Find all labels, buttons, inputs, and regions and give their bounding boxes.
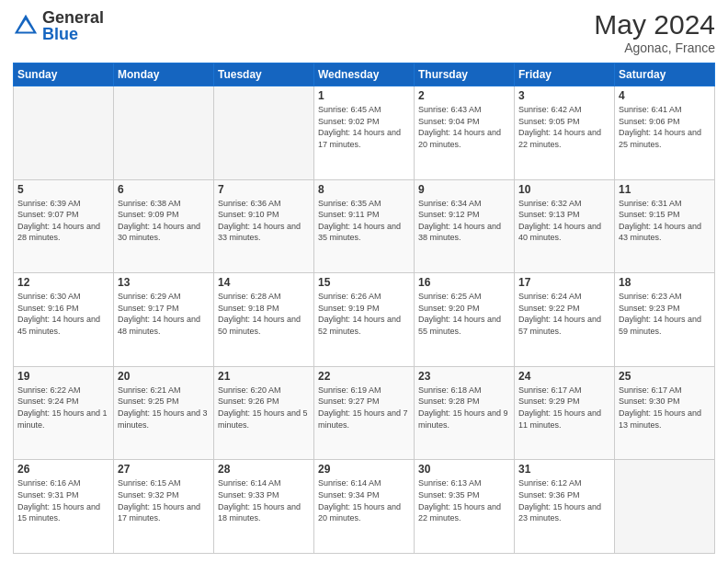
calendar-cell: 20Sunrise: 6:21 AM Sunset: 9:25 PM Dayli… — [114, 366, 214, 460]
day-info: Sunrise: 6:41 AM Sunset: 9:06 PM Dayligh… — [619, 104, 711, 150]
day-info: Sunrise: 6:35 AM Sunset: 9:11 PM Dayligh… — [318, 198, 410, 244]
day-info: Sunrise: 6:25 AM Sunset: 9:20 PM Dayligh… — [418, 291, 510, 337]
day-number: 21 — [218, 370, 310, 383]
day-number: 28 — [218, 463, 310, 476]
day-info: Sunrise: 6:34 AM Sunset: 9:12 PM Dayligh… — [418, 198, 510, 244]
calendar-cell: 11Sunrise: 6:31 AM Sunset: 9:15 PM Dayli… — [615, 179, 715, 273]
calendar-cell: 9Sunrise: 6:34 AM Sunset: 9:12 PM Daylig… — [415, 179, 515, 273]
day-number: 22 — [318, 370, 410, 383]
calendar-cell: 17Sunrise: 6:24 AM Sunset: 9:22 PM Dayli… — [515, 273, 615, 367]
day-info: Sunrise: 6:30 AM Sunset: 9:16 PM Dayligh… — [17, 291, 109, 337]
calendar-cell: 4Sunrise: 6:41 AM Sunset: 9:06 PM Daylig… — [615, 86, 715, 180]
header: General Blue May 2024 Agonac, France — [13, 9, 715, 55]
day-number: 17 — [518, 276, 610, 289]
day-info: Sunrise: 6:38 AM Sunset: 9:09 PM Dayligh… — [118, 198, 210, 244]
logo: General Blue — [13, 9, 104, 42]
day-number: 6 — [118, 183, 210, 196]
location: Agonac, France — [594, 40, 715, 55]
day-info: Sunrise: 6:45 AM Sunset: 9:02 PM Dayligh… — [318, 104, 410, 150]
calendar-cell — [114, 86, 214, 180]
day-number: 18 — [619, 276, 711, 289]
day-number: 24 — [518, 370, 610, 383]
day-number: 27 — [118, 463, 210, 476]
day-info: Sunrise: 6:22 AM Sunset: 9:24 PM Dayligh… — [17, 385, 109, 431]
day-number: 1 — [318, 89, 410, 102]
calendar-cell — [14, 86, 114, 180]
calendar-week-4: 19Sunrise: 6:22 AM Sunset: 9:24 PM Dayli… — [14, 366, 715, 460]
calendar-cell: 14Sunrise: 6:28 AM Sunset: 9:18 PM Dayli… — [214, 273, 314, 367]
day-info: Sunrise: 6:29 AM Sunset: 9:17 PM Dayligh… — [118, 291, 210, 337]
day-number: 26 — [17, 463, 109, 476]
day-number: 3 — [518, 89, 610, 102]
day-info: Sunrise: 6:24 AM Sunset: 9:22 PM Dayligh… — [518, 291, 610, 337]
day-number: 29 — [318, 463, 410, 476]
day-number: 5 — [17, 183, 109, 196]
calendar-cell: 3Sunrise: 6:42 AM Sunset: 9:05 PM Daylig… — [515, 86, 615, 180]
day-number: 11 — [619, 183, 711, 196]
day-number: 4 — [619, 89, 711, 102]
calendar-cell: 18Sunrise: 6:23 AM Sunset: 9:23 PM Dayli… — [615, 273, 715, 367]
day-info: Sunrise: 6:16 AM Sunset: 9:31 PM Dayligh… — [17, 477, 109, 523]
day-info: Sunrise: 6:12 AM Sunset: 9:36 PM Dayligh… — [518, 477, 610, 523]
day-number: 2 — [418, 89, 510, 102]
calendar-cell: 25Sunrise: 6:17 AM Sunset: 9:30 PM Dayli… — [615, 366, 715, 460]
day-info: Sunrise: 6:28 AM Sunset: 9:18 PM Dayligh… — [218, 291, 310, 337]
day-info: Sunrise: 6:42 AM Sunset: 9:05 PM Dayligh… — [518, 104, 610, 150]
day-info: Sunrise: 6:13 AM Sunset: 9:35 PM Dayligh… — [418, 477, 510, 523]
day-info: Sunrise: 6:26 AM Sunset: 9:19 PM Dayligh… — [318, 291, 410, 337]
calendar-cell: 8Sunrise: 6:35 AM Sunset: 9:11 PM Daylig… — [314, 179, 415, 273]
calendar-cell: 10Sunrise: 6:32 AM Sunset: 9:13 PM Dayli… — [515, 179, 615, 273]
calendar-header-saturday: Saturday — [615, 63, 715, 86]
day-info: Sunrise: 6:43 AM Sunset: 9:04 PM Dayligh… — [418, 104, 510, 150]
calendar-cell: 5Sunrise: 6:39 AM Sunset: 9:07 PM Daylig… — [14, 179, 114, 273]
calendar-cell: 30Sunrise: 6:13 AM Sunset: 9:35 PM Dayli… — [415, 460, 515, 554]
calendar-cell: 19Sunrise: 6:22 AM Sunset: 9:24 PM Dayli… — [14, 366, 114, 460]
calendar-cell: 16Sunrise: 6:25 AM Sunset: 9:20 PM Dayli… — [415, 273, 515, 367]
calendar-cell: 28Sunrise: 6:14 AM Sunset: 9:33 PM Dayli… — [214, 460, 314, 554]
calendar-cell: 7Sunrise: 6:36 AM Sunset: 9:10 PM Daylig… — [214, 179, 314, 273]
calendar-cell: 1Sunrise: 6:45 AM Sunset: 9:02 PM Daylig… — [314, 86, 415, 180]
calendar-table: SundayMondayTuesdayWednesdayThursdayFrid… — [13, 63, 715, 554]
day-info: Sunrise: 6:14 AM Sunset: 9:33 PM Dayligh… — [218, 477, 310, 523]
logo-text: General Blue — [42, 9, 104, 42]
calendar-cell — [214, 86, 314, 180]
day-info: Sunrise: 6:31 AM Sunset: 9:15 PM Dayligh… — [619, 198, 711, 244]
day-number: 7 — [218, 183, 310, 196]
day-number: 10 — [518, 183, 610, 196]
calendar-header-row: SundayMondayTuesdayWednesdayThursdayFrid… — [14, 63, 715, 86]
day-number: 31 — [518, 463, 610, 476]
day-number: 30 — [418, 463, 510, 476]
day-info: Sunrise: 6:17 AM Sunset: 9:29 PM Dayligh… — [518, 385, 610, 431]
calendar-header-sunday: Sunday — [14, 63, 114, 86]
calendar-cell: 6Sunrise: 6:38 AM Sunset: 9:09 PM Daylig… — [114, 179, 214, 273]
calendar-header-wednesday: Wednesday — [314, 63, 415, 86]
day-info: Sunrise: 6:18 AM Sunset: 9:28 PM Dayligh… — [418, 385, 510, 431]
calendar-week-1: 1Sunrise: 6:45 AM Sunset: 9:02 PM Daylig… — [14, 86, 715, 180]
calendar-cell: 31Sunrise: 6:12 AM Sunset: 9:36 PM Dayli… — [515, 460, 615, 554]
day-number: 14 — [218, 276, 310, 289]
day-number: 15 — [318, 276, 410, 289]
calendar-cell: 27Sunrise: 6:15 AM Sunset: 9:32 PM Dayli… — [114, 460, 214, 554]
day-info: Sunrise: 6:21 AM Sunset: 9:25 PM Dayligh… — [118, 385, 210, 431]
day-info: Sunrise: 6:20 AM Sunset: 9:26 PM Dayligh… — [218, 385, 310, 431]
day-number: 13 — [118, 276, 210, 289]
day-info: Sunrise: 6:36 AM Sunset: 9:10 PM Dayligh… — [218, 198, 310, 244]
month-title: May 2024 — [594, 9, 715, 40]
day-info: Sunrise: 6:39 AM Sunset: 9:07 PM Dayligh… — [17, 198, 109, 244]
page: General Blue May 2024 Agonac, France Sun… — [0, 0, 728, 563]
calendar-week-2: 5Sunrise: 6:39 AM Sunset: 9:07 PM Daylig… — [14, 179, 715, 273]
day-number: 16 — [418, 276, 510, 289]
day-number: 19 — [17, 370, 109, 383]
calendar-cell: 21Sunrise: 6:20 AM Sunset: 9:26 PM Dayli… — [214, 366, 314, 460]
calendar-cell: 22Sunrise: 6:19 AM Sunset: 9:27 PM Dayli… — [314, 366, 415, 460]
calendar-cell: 23Sunrise: 6:18 AM Sunset: 9:28 PM Dayli… — [415, 366, 515, 460]
day-info: Sunrise: 6:17 AM Sunset: 9:30 PM Dayligh… — [619, 385, 711, 431]
calendar-cell: 24Sunrise: 6:17 AM Sunset: 9:29 PM Dayli… — [515, 366, 615, 460]
calendar-week-3: 12Sunrise: 6:30 AM Sunset: 9:16 PM Dayli… — [14, 273, 715, 367]
calendar-cell: 29Sunrise: 6:14 AM Sunset: 9:34 PM Dayli… — [314, 460, 415, 554]
day-number: 9 — [418, 183, 510, 196]
day-info: Sunrise: 6:14 AM Sunset: 9:34 PM Dayligh… — [318, 477, 410, 523]
calendar-cell: 12Sunrise: 6:30 AM Sunset: 9:16 PM Dayli… — [14, 273, 114, 367]
calendar-header-thursday: Thursday — [415, 63, 515, 86]
logo-blue-text: Blue — [42, 26, 104, 42]
